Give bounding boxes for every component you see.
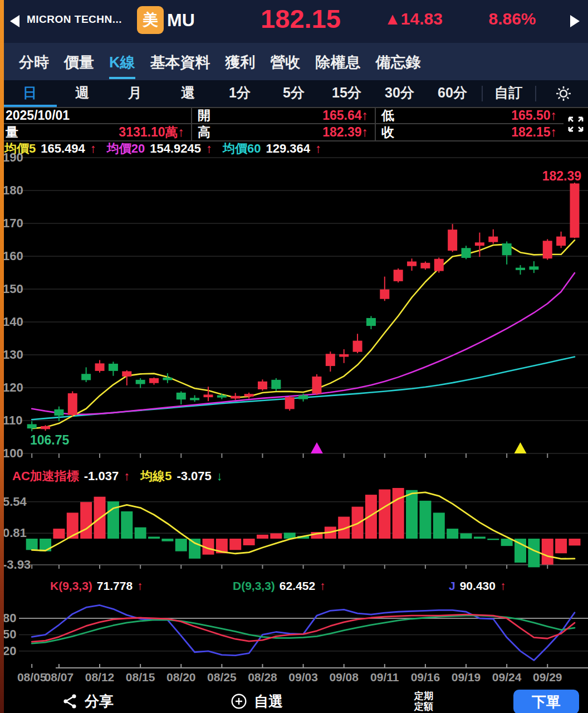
- low-value: 165.50↑: [511, 108, 557, 123]
- axis-tick-label: 20: [3, 643, 26, 659]
- axis-tick-label: 09/08: [321, 671, 367, 684]
- stock-app-screen: MICRON TECHN... 美 MU 182.15 ▲14.83 8.86%…: [0, 0, 588, 713]
- next-stock-icon[interactable]: [570, 15, 580, 27]
- period-week[interactable]: 週: [55, 80, 109, 105]
- axis-tick-label: 08/28: [239, 671, 286, 684]
- tab-memo[interactable]: 備忘錄: [376, 45, 421, 79]
- kdj-chart[interactable]: [0, 594, 588, 672]
- volume-value: 3131.10萬↑: [119, 124, 184, 141]
- fullscreen-expand-icon[interactable]: [564, 107, 588, 141]
- ac-oscillator-chart[interactable]: [0, 488, 588, 572]
- stock-title[interactable]: MICRON TECHN...: [27, 13, 122, 26]
- axis-tick-label: 110: [3, 413, 26, 428]
- close-value: 182.15↑: [511, 125, 557, 140]
- info-low-cell: 低165.50↑: [376, 108, 564, 124]
- main-tab-bar: 分時 價量 K線 基本資料 獲利 營收 除權息 備忘錄: [0, 43, 588, 80]
- period-month[interactable]: 月: [108, 80, 162, 105]
- axis-tick-label: 08/20: [158, 671, 204, 684]
- period-low-annotation: 106.75: [30, 433, 69, 448]
- info-volume-cell: 量3131.10萬↑: [0, 124, 192, 140]
- footer-bar: 分享 自選 定期 定額 下單: [0, 690, 588, 713]
- header-bar: MICRON TECHN... 美 MU 182.15 ▲14.83 8.86%: [0, 0, 588, 43]
- down-arrow: ↓: [217, 469, 223, 484]
- ma60-value: 129.364: [266, 141, 311, 156]
- axis-tick-label: 180: [3, 183, 26, 198]
- up-arrow: ↑: [315, 141, 321, 156]
- ma5-value: 165.494: [41, 141, 85, 156]
- axis-tick-label: 5.54: [3, 494, 26, 510]
- ma20-value: 154.9245: [150, 141, 201, 156]
- tab-revenue[interactable]: 營收: [271, 45, 301, 79]
- price-change-percent: 8.86%: [473, 9, 551, 28]
- axis-tick-label: 09/03: [280, 671, 327, 684]
- trade-date: 2025/10/01: [6, 108, 70, 123]
- market-badge: 美: [137, 6, 164, 34]
- axis-tick-label: 160: [3, 248, 26, 264]
- period-60min[interactable]: 60分: [425, 80, 479, 105]
- watchlist-button[interactable]: 自選: [254, 692, 283, 711]
- up-arrow: ↑: [500, 579, 506, 593]
- tab-fundamentals[interactable]: 基本資料: [150, 45, 210, 79]
- up-arrow: ↑: [320, 579, 326, 593]
- ohlc-info-table: 2025/10/01 開165.64↑ 低165.50↑ 量3131.10萬↑ …: [0, 107, 564, 141]
- ma60-label: 均價60: [223, 140, 261, 157]
- period-adjusted[interactable]: 還: [161, 80, 215, 105]
- settings-gear-icon[interactable]: [553, 84, 574, 104]
- last-price: 182.15: [239, 3, 362, 34]
- period-high-annotation: 182.39: [542, 169, 581, 184]
- axis-tick-label: 08/25: [198, 671, 245, 684]
- axis-tick-label: 100: [3, 446, 26, 461]
- dca-button[interactable]: 定期 定額: [414, 691, 433, 712]
- axis-tick-label: 09/16: [402, 671, 449, 684]
- ac-value: -1.037: [84, 469, 119, 484]
- axis-tick-label: 08/12: [76, 671, 123, 684]
- high-value: 182.39↑: [322, 125, 368, 140]
- ma-legend-row: 均價5 165.494↑ 均價20 154.9245↑ 均價60 129.364…: [4, 141, 321, 157]
- axis-tick-label: 09/11: [361, 671, 408, 684]
- axis-tick-label: 140: [3, 314, 26, 330]
- info-high-cell: 高182.39↑: [192, 124, 376, 140]
- ac-ma-value: -3.075: [177, 469, 211, 484]
- axis-tick-label: 0.81: [3, 525, 26, 541]
- open-value: 165.64↑: [322, 108, 368, 123]
- info-open-cell: 開165.64↑: [192, 108, 376, 124]
- period-day[interactable]: 日: [3, 80, 57, 107]
- ma20-label: 均價20: [107, 140, 145, 157]
- share-button[interactable]: 分享: [85, 692, 114, 711]
- period-15min[interactable]: 15分: [320, 80, 374, 105]
- axis-tick-label: 08/07: [36, 671, 82, 684]
- tab-kline[interactable]: K線: [109, 45, 135, 79]
- tab-earnings[interactable]: 獲利: [226, 45, 256, 79]
- axis-tick-label: 190: [3, 150, 26, 165]
- period-30min[interactable]: 30分: [373, 80, 427, 105]
- period-5min[interactable]: 5分: [267, 80, 321, 105]
- prev-stock-icon[interactable]: [10, 15, 19, 27]
- ticker-symbol: MU: [167, 10, 195, 31]
- tab-exdividend[interactable]: 除權息: [316, 45, 361, 79]
- axis-tick-label: 120: [3, 380, 26, 395]
- tab-price-volume[interactable]: 價量: [64, 45, 94, 79]
- divider: [535, 86, 536, 101]
- period-1min[interactable]: 1分: [213, 80, 267, 105]
- period-bar: 日 週 月 還 1分 5分 15分 30分 60分 自訂: [0, 80, 588, 107]
- left-accent-strip: [0, 0, 4, 713]
- axis-tick-label: -3.93: [3, 557, 26, 573]
- axis-tick-label: 170: [3, 216, 26, 231]
- candlestick-chart[interactable]: [0, 157, 588, 461]
- axis-tick-label: 08/15: [117, 671, 164, 684]
- add-watchlist-icon[interactable]: [231, 693, 247, 710]
- up-arrow: ↑: [206, 141, 212, 156]
- kdj-d-legend: D(9,3,3) 62.452↑: [233, 579, 326, 593]
- axis-tick-label: 09/29: [524, 671, 571, 684]
- date-axis: 08/0508/0708/1208/1508/2008/2508/2809/03…: [0, 671, 588, 685]
- share-icon[interactable]: [62, 694, 78, 709]
- tab-intraday[interactable]: 分時: [19, 45, 49, 79]
- price-change: ▲14.83: [365, 9, 462, 28]
- period-custom[interactable]: 自訂: [482, 80, 535, 105]
- axis-tick-label: 50: [3, 627, 26, 642]
- ac-legend-row: AC加速指標 -1.037↑ 均線5 -3.075↓: [12, 468, 223, 484]
- ac-label: AC加速指標: [12, 468, 79, 485]
- order-button[interactable]: 下單: [513, 690, 579, 713]
- kdj-j-legend: J 90.430↑: [449, 579, 506, 593]
- info-close-cell: 收182.15↑: [376, 124, 564, 140]
